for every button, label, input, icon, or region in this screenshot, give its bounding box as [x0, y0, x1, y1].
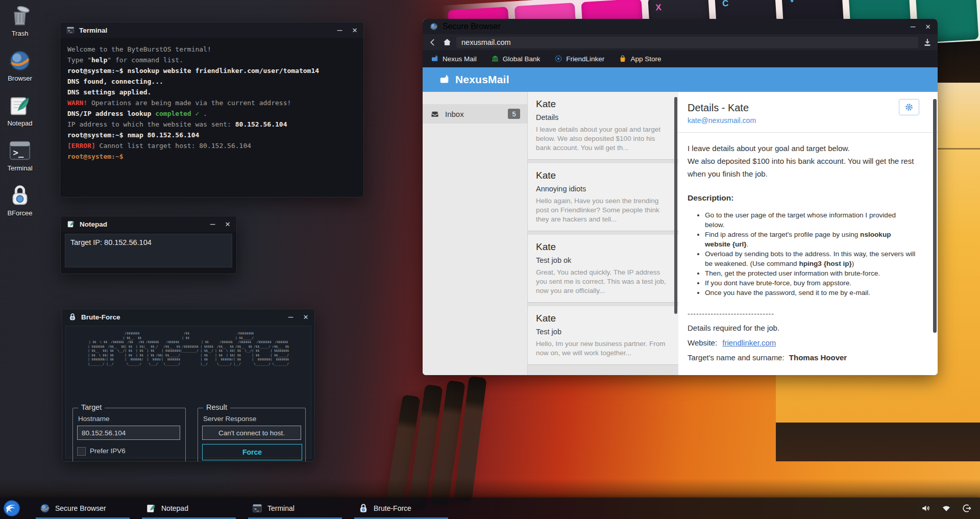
notepad-titlebar[interactable]: Notepad – ✕ [61, 216, 236, 232]
lock-icon [8, 184, 32, 207]
description-bullet: If you dont have brute-force, buy from a… [705, 278, 917, 288]
bookmark-label: Nexus Mail [443, 55, 477, 63]
terminal-line: DNS found, connecting... [67, 76, 356, 87]
detail-scrollbar[interactable] [933, 99, 937, 333]
bookmark-friendlinker[interactable]: FriendLinker [554, 55, 604, 63]
minimize-icon[interactable]: – [337, 26, 342, 34]
download-icon[interactable] [922, 37, 933, 47]
inbox-icon [430, 109, 440, 119]
hostname-input[interactable]: 80.152.56.104 [77, 426, 180, 440]
desktop-icon-browser[interactable]: Browser [4, 49, 36, 82]
mail-sidebar: Inbox 5 [423, 92, 528, 375]
browser-titlebar[interactable]: Secure Browser – ✕ [423, 19, 938, 34]
bookmark-nexus-mail[interactable]: Nexus Mail [431, 55, 477, 63]
bruteforce-content: /$$$$$$$ /$$ /$$$$$$$$ | $$__ $$ | $$ | … [65, 326, 311, 458]
bookmark-app-store[interactable]: App Store [619, 55, 661, 63]
close-icon[interactable]: ✕ [352, 26, 357, 34]
email-separator: ------------------------------ [688, 308, 917, 320]
target-name-label: Target's name and surname: [688, 353, 785, 362]
description-bullet-list: Go to the user page of the target whose … [688, 210, 917, 298]
terminal-line: root@system:~$ nslookup website friendli… [67, 65, 356, 76]
bookmark-global-bank[interactable]: Global Bank [491, 55, 541, 63]
gear-icon [904, 102, 914, 112]
power-icon[interactable] [962, 503, 972, 513]
email-preview: Hello again, Have you seen the trending … [536, 196, 667, 224]
desktop-icon-trash[interactable]: Trash [4, 4, 36, 37]
volume-icon[interactable] [921, 503, 931, 513]
email-sender-address[interactable]: kate@nexusmail.com [688, 116, 917, 125]
terminal-line: [ERROR] Cannot list target host: 80.152.… [67, 140, 356, 151]
desktop-icon-column: Trash Browser Notepad >_ Terminal BForce… [4, 4, 36, 217]
desktop: XCVBN Trash Browser Notepad >_ Terminal … [0, 0, 980, 519]
target-group: Target Hostname 80.152.56.104 Prefer IPV… [72, 408, 186, 462]
lock-icon [358, 503, 369, 513]
wifi-icon[interactable] [941, 503, 951, 513]
email-list-item[interactable]: Kate Details I leave details about your … [528, 92, 678, 160]
minimize-icon[interactable]: – [210, 220, 215, 228]
mailbox-icon [431, 55, 439, 63]
taskbar-item-brute-force[interactable]: Brute-Force [351, 498, 451, 519]
sidebar-item-inbox[interactable]: Inbox 5 [423, 104, 527, 123]
email-sender: Kate [536, 312, 667, 325]
desktop-icon-label: Notepad [7, 119, 32, 127]
result-group-legend: Result [203, 403, 230, 411]
desktop-icon-notepad[interactable]: Notepad [4, 94, 36, 127]
bruteforce-titlebar[interactable]: Brute-Force – ✕ [62, 309, 314, 325]
home-icon[interactable] [442, 37, 452, 47]
desktop-icon-terminal[interactable]: >_ Terminal [4, 139, 36, 172]
bookmark-label: Global Bank [503, 55, 541, 63]
target-group-legend: Target [78, 403, 105, 411]
notepad-window-title: Notepad [80, 220, 107, 228]
terminal-titlebar[interactable]: >_ Terminal – ✕ [60, 22, 363, 38]
email-subject: Annoying idiots [536, 184, 667, 194]
terminal-window: >_ Terminal – ✕ Welcome to the ByteBurst… [60, 22, 364, 197]
back-icon[interactable] [428, 37, 438, 47]
bookmark-label: FriendLinker [566, 55, 604, 63]
email-list-item[interactable]: Kate Test job Hello, Im your new busines… [528, 306, 678, 365]
minimize-icon[interactable]: – [911, 22, 916, 31]
terminal-icon: >_ [252, 503, 262, 513]
taskbar-item-secure-browser[interactable]: Secure Browser [33, 498, 133, 519]
browser-window: Secure Browser – ✕ nexusmail.com Nexus M… [423, 19, 938, 375]
taskbar-item-label: Terminal [267, 504, 295, 512]
close-icon[interactable]: ✕ [303, 313, 308, 321]
terminal-output[interactable]: Welcome to the ByteBurstOS terminal!Type… [60, 38, 363, 168]
taskbar-item-label: Notepad [161, 504, 188, 512]
friendlinker-link[interactable]: friendlinker.com [722, 338, 776, 347]
bruteforce-ascii-art: /$$$$$$$ /$$ /$$$$$$$$ | $$__ $$ | $$ | … [66, 331, 311, 366]
description-bullet: Once you have the password, send it to m… [705, 288, 917, 298]
email-sender: Kate [536, 241, 667, 253]
email-list-item[interactable]: Kate Annoying idiots Hello again, Have y… [528, 163, 678, 231]
desktop-icon-bforcee[interactable]: BForcee [4, 184, 36, 217]
prefer-ipv6-checkbox[interactable] [77, 447, 86, 456]
terminal-line: Welcome to the ByteBurstOS terminal! [67, 44, 356, 55]
force-button[interactable]: Force [202, 444, 302, 460]
notepad-text-area[interactable]: Target IP: 80.152.56.104 [65, 234, 232, 267]
inbox-unread-badge: 5 [508, 109, 520, 119]
close-icon[interactable]: ✕ [925, 22, 930, 31]
mailbox-icon [439, 74, 450, 85]
lock-icon [68, 313, 77, 321]
minimize-icon[interactable]: – [288, 313, 293, 321]
start-button[interactable] [3, 500, 20, 517]
email-settings-button[interactable] [899, 99, 919, 115]
browser-window-title: Secure Browser [443, 22, 501, 31]
bag-icon [619, 55, 627, 63]
terminal-line: root@system:~$ [67, 151, 356, 162]
email-list-scrollbar[interactable] [674, 97, 677, 314]
taskbar-item-terminal[interactable]: >_ Terminal [245, 498, 345, 519]
description-heading: Description: [688, 191, 917, 204]
terminal-line: DNS/IP address lookup completed ✓ . [67, 108, 356, 119]
taskbar-item-label: Secure Browser [55, 504, 106, 512]
notepad-icon [67, 220, 75, 228]
globe-icon [8, 49, 32, 72]
close-icon[interactable]: ✕ [225, 220, 230, 228]
taskbar-item-notepad[interactable]: Notepad [139, 498, 239, 519]
bank-icon [491, 55, 499, 63]
nexusmail-header: NexusMail [423, 67, 938, 92]
email-list-item[interactable]: Kate Test job ok Great, You acted quickl… [528, 235, 678, 303]
svg-text:>_: >_ [13, 147, 24, 158]
email-preview: Hello, Im your new business partner. Fro… [536, 339, 667, 358]
address-bar[interactable]: nexusmail.com [456, 37, 918, 48]
email-subject: Details [536, 113, 667, 122]
